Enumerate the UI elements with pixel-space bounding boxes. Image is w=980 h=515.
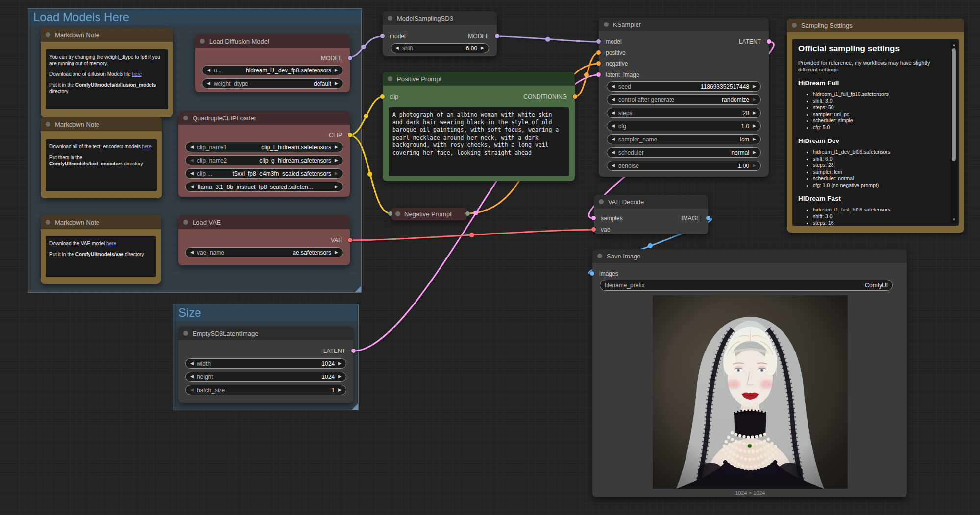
node-header[interactable]: Markdown Note: [41, 215, 161, 229]
samples-input-port[interactable]: [591, 216, 596, 220]
widget-clip-name1[interactable]: ◀clip_name1clip_l_hidream.safetensors▶: [185, 142, 343, 152]
vae-output-port[interactable]: [348, 238, 352, 242]
increment-arrow-icon[interactable]: ▶: [335, 171, 338, 176]
widget-seed[interactable]: ◀seed118693352517448▶: [607, 81, 761, 92]
decrement-arrow-icon[interactable]: ◀: [190, 185, 194, 189]
decrement-arrow-icon[interactable]: ◀: [612, 111, 615, 115]
widget-weight-dtype[interactable]: ◀weight_dtypedefault▶: [202, 78, 343, 89]
model-input-port[interactable]: [380, 34, 385, 38]
increment-arrow-icon[interactable]: ▶: [338, 361, 342, 366]
decrement-arrow-icon[interactable]: ◀: [190, 158, 194, 163]
decrement-arrow-icon[interactable]: ◀: [207, 68, 210, 72]
model-input-port[interactable]: [596, 39, 601, 44]
node-header[interactable]: QuadrupleCLIPLoader: [178, 111, 350, 125]
widget-batch-size[interactable]: ◀batch_size1▶: [185, 385, 346, 395]
scrollbar-up-icon[interactable]: ▲: [951, 43, 957, 47]
increment-arrow-icon[interactable]: ▶: [338, 388, 342, 392]
increment-arrow-icon[interactable]: ▶: [753, 124, 756, 128]
increment-arrow-icon[interactable]: ▶: [335, 185, 338, 189]
widget-sampler-name[interactable]: ◀sampler_namelcm▶: [607, 134, 761, 144]
latent-image-input-port[interactable]: [596, 72, 601, 77]
node-load-vae[interactable]: Load VAE VAE ◀vae_nameae.safetensors▶: [178, 215, 350, 265]
increment-arrow-icon[interactable]: ▶: [753, 111, 756, 115]
vae-input-port[interactable]: [591, 227, 596, 232]
widget-control-after-generate[interactable]: ◀control after generaterandomize▶: [607, 94, 761, 105]
negative-input-port[interactable]: [596, 61, 601, 66]
node-header[interactable]: Save Image: [592, 249, 907, 263]
model-output-port[interactable]: [348, 56, 352, 60]
increment-arrow-icon[interactable]: ▶: [335, 250, 338, 255]
widget-u[interactable]: ◀u...hidream_i1_dev_fp8.safetensors▶: [202, 65, 343, 75]
node-model-sampling-sd3[interactable]: ModelSamplingSD3 model MODEL ◀shift6.00▶: [383, 11, 497, 56]
decrement-arrow-icon[interactable]: ◀: [190, 145, 194, 149]
node-vae-decode[interactable]: VAE Decode samples vae IMAGE: [594, 195, 708, 234]
node-header[interactable]: VAE Decode: [594, 195, 708, 209]
scrollbar-thumb[interactable]: [952, 48, 956, 161]
decrement-arrow-icon[interactable]: ◀: [190, 171, 194, 176]
node-positive-prompt[interactable]: Positive Prompt clip CONDITIONING A phot…: [383, 72, 575, 181]
node-header[interactable]: EmptySD3LatentImage: [178, 327, 353, 340]
increment-arrow-icon[interactable]: ▶: [753, 150, 756, 155]
decrement-arrow-icon[interactable]: ◀: [612, 84, 615, 89]
positive-prompt-textarea[interactable]: A photograph of an albino woman with whi…: [389, 107, 569, 176]
increment-arrow-icon[interactable]: ▶: [753, 97, 756, 102]
here-link[interactable]: here: [106, 241, 116, 246]
generated-image-preview[interactable]: [653, 295, 848, 489]
increment-arrow-icon[interactable]: ▶: [335, 68, 338, 72]
conditioning-output-port[interactable]: [573, 94, 577, 99]
node-sampling-settings[interactable]: Sampling Settings Official sampling sett…: [787, 19, 964, 233]
widget-filename-prefix[interactable]: filename_prefix ComfyUI: [600, 280, 893, 291]
scrollbar[interactable]: ▲ ▼: [951, 42, 957, 223]
node-header[interactable]: Load Diffusion Model: [195, 34, 350, 48]
decrement-arrow-icon[interactable]: ◀: [207, 81, 210, 86]
node-header[interactable]: Positive Prompt: [383, 72, 575, 86]
increment-arrow-icon[interactable]: ▶: [753, 84, 756, 89]
node-header[interactable]: Markdown Note: [41, 117, 162, 131]
collapsed-input-port[interactable]: [388, 211, 392, 216]
node-ksampler[interactable]: KSampler model positive negative latent_…: [599, 18, 769, 177]
increment-arrow-icon[interactable]: ▶: [481, 46, 484, 50]
widget-scheduler[interactable]: ◀schedulernormal▶: [607, 147, 761, 158]
images-input-port[interactable]: [590, 271, 594, 276]
widget-height[interactable]: ◀height1024▶: [185, 372, 346, 382]
increment-arrow-icon[interactable]: ▶: [335, 81, 338, 86]
image-output-port[interactable]: [706, 216, 710, 220]
increment-arrow-icon[interactable]: ▶: [753, 137, 756, 141]
latent-output-port[interactable]: [767, 39, 771, 44]
node-markdown-note-diffusion[interactable]: Markdown Note You can try changing the w…: [41, 28, 173, 117]
collapse-toggle-dot[interactable]: [395, 211, 400, 216]
model-output-port[interactable]: [495, 34, 499, 38]
decrement-arrow-icon[interactable]: ◀: [395, 46, 399, 50]
decrement-arrow-icon[interactable]: ◀: [190, 361, 194, 366]
comfyui-canvas[interactable]: Load Models Here Size Markdown Note: [0, 0, 980, 515]
node-load-diffusion-model[interactable]: Load Diffusion Model MODEL ◀u...hidream_…: [195, 34, 350, 92]
widget-vae-name[interactable]: ◀vae_nameae.safetensors▶: [185, 247, 343, 258]
decrement-arrow-icon[interactable]: ◀: [190, 375, 194, 379]
latent-output-port[interactable]: [351, 349, 356, 353]
clip-output-port[interactable]: [348, 133, 352, 137]
node-save-image[interactable]: Save Image images filename_prefix ComfyU…: [592, 249, 907, 497]
positive-input-port[interactable]: [596, 50, 601, 55]
node-header[interactable]: ModelSamplingSD3: [383, 11, 497, 25]
node-markdown-note-vae[interactable]: Markdown Note Download the VAE model her…: [41, 215, 161, 284]
node-markdown-note-text-encoders[interactable]: Markdown Note Download all of the text_e…: [41, 117, 162, 198]
node-quadruple-clip-loader[interactable]: QuadrupleCLIPLoader CLIP ◀clip_name1clip…: [178, 111, 350, 197]
decrement-arrow-icon[interactable]: ◀: [612, 97, 615, 102]
widget-clip-name2[interactable]: ◀clip_name2clip_g_hidream.safetensors▶: [185, 155, 343, 165]
node-negative-prompt[interactable]: Negative Prompt: [391, 208, 467, 220]
widget-llama-3-1-8b-instruct-fp8-scaled-safeten[interactable]: ◀llama_3.1_8b_instruct_fp8_scaled.safete…: [185, 182, 343, 192]
node-header[interactable]: Sampling Settings: [787, 19, 964, 32]
increment-arrow-icon[interactable]: ▶: [335, 158, 338, 163]
scrollbar-down-icon[interactable]: ▼: [951, 217, 957, 222]
increment-arrow-icon[interactable]: ▶: [338, 375, 342, 379]
decrement-arrow-icon[interactable]: ◀: [612, 124, 615, 128]
node-header[interactable]: Markdown Note: [41, 28, 173, 42]
decrement-arrow-icon[interactable]: ◀: [612, 164, 615, 168]
widget-steps[interactable]: ◀steps28▶: [607, 108, 761, 118]
node-header[interactable]: KSampler: [599, 18, 769, 31]
widget-clip[interactable]: ◀clip ...t5xxl_fp8_e4m3fn_scaled.safeten…: [185, 168, 343, 179]
increment-arrow-icon[interactable]: ▶: [335, 145, 338, 149]
widget-width[interactable]: ◀width1024▶: [185, 358, 346, 369]
decrement-arrow-icon[interactable]: ◀: [190, 250, 194, 255]
widget-cfg[interactable]: ◀cfg1.0▶: [607, 121, 761, 131]
